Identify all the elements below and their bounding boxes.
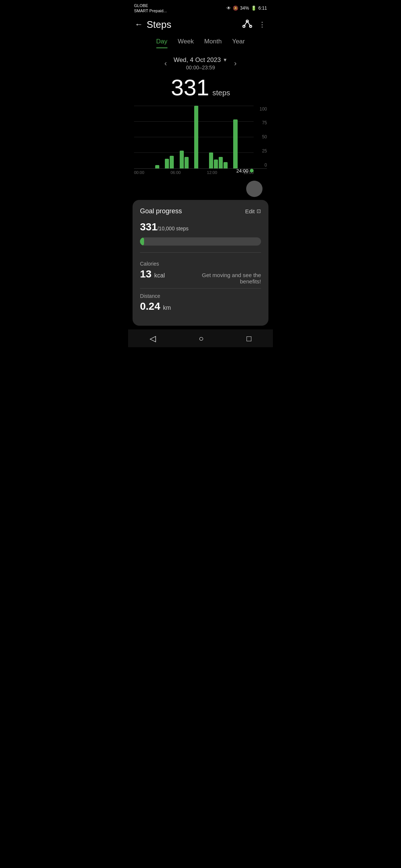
steps-value: 331 bbox=[171, 75, 209, 100]
calories-value: 13 bbox=[140, 268, 151, 280]
carrier2: SMART Prepaid... bbox=[134, 8, 167, 13]
date-text[interactable]: Wed, 4 Oct 2023 ▼ bbox=[173, 56, 227, 64]
timeline-slider[interactable] bbox=[246, 181, 263, 197]
header-left: ← Steps bbox=[135, 19, 172, 30]
timeline-slider-area bbox=[128, 181, 263, 197]
goal-title: Goal progress bbox=[140, 207, 182, 215]
chart-bar bbox=[165, 159, 169, 168]
chart-y-labels: 100 75 50 25 0 bbox=[260, 106, 267, 168]
y-label-25: 25 bbox=[260, 148, 267, 154]
svg-line-3 bbox=[244, 21, 247, 26]
date-display: Wed, 4 Oct 2023 ▼ 00:00–23:59 bbox=[173, 56, 227, 70]
x-label-06: 06:00 bbox=[170, 170, 181, 175]
calories-stat: Calories 13 kcal bbox=[140, 261, 165, 280]
divider-2 bbox=[140, 288, 261, 289]
chart-bar bbox=[180, 151, 184, 168]
distance-value-row: 0.24 km bbox=[140, 300, 261, 312]
chart-area: 100 75 50 25 0 bbox=[134, 106, 267, 169]
bottom-navigation: ◁ ○ □ bbox=[128, 329, 273, 347]
date-navigation: ‹ Wed, 4 Oct 2023 ▼ 00:00–23:59 › bbox=[128, 56, 273, 70]
steps-goal-display: 331/10,000 steps bbox=[140, 221, 261, 233]
calories-row: Calories 13 kcal Get moving and see the … bbox=[140, 256, 261, 285]
timeline-end: 24:00 bbox=[134, 168, 254, 174]
chart-bars bbox=[134, 106, 254, 168]
progress-bar bbox=[140, 237, 261, 246]
y-label-0: 0 bbox=[260, 162, 267, 168]
steps-chart: 100 75 50 25 0 00:00 06:00 12:00 18:00 2… bbox=[134, 106, 267, 180]
chart-bar bbox=[194, 106, 198, 168]
distance-unit: km bbox=[163, 305, 171, 311]
goal-card-header: Goal progress Edit ⊡ bbox=[140, 207, 261, 215]
distance-stat: Distance 0.24 km bbox=[140, 293, 261, 312]
status-bar: GLOBE SMART Prepaid... 👁 🔕 34% 🔋 6:11 bbox=[128, 0, 273, 15]
chart-bar bbox=[214, 160, 218, 168]
goal-card: Goal progress Edit ⊡ 331/10,000 steps Ca… bbox=[133, 200, 268, 326]
distance-value: 0.24 bbox=[140, 300, 160, 312]
nav-home-button[interactable]: ○ bbox=[199, 334, 203, 343]
calories-label: Calories bbox=[140, 261, 165, 267]
tabs: Day Week Month Year bbox=[128, 34, 273, 48]
time-range: 00:00–23:59 bbox=[173, 65, 227, 70]
y-label-100: 100 bbox=[260, 106, 267, 112]
x-label-12: 12:00 bbox=[207, 170, 217, 175]
time: 6:11 bbox=[258, 6, 267, 11]
chart-bar bbox=[219, 157, 223, 168]
calories-unit: kcal bbox=[154, 272, 165, 279]
nav-back-button[interactable]: ◁ bbox=[150, 334, 156, 343]
date-dropdown-icon: ▼ bbox=[223, 57, 228, 63]
calories-value-row: 13 kcal bbox=[140, 268, 165, 280]
progress-dot bbox=[142, 239, 144, 244]
battery-icon: 🔋 bbox=[251, 6, 257, 11]
chart-bar bbox=[170, 156, 174, 168]
chart-bar bbox=[224, 162, 228, 168]
chart-bar bbox=[209, 152, 213, 168]
goal-label: /10,000 steps bbox=[157, 226, 189, 231]
timeline-end-label: 24:00 bbox=[236, 168, 248, 174]
carrier1: GLOBE bbox=[134, 3, 167, 8]
current-steps: 331 bbox=[140, 221, 157, 233]
edit-icon: ⊡ bbox=[257, 208, 261, 214]
tab-week[interactable]: Week bbox=[178, 38, 194, 48]
back-button[interactable]: ← bbox=[135, 20, 143, 29]
distance-label: Distance bbox=[140, 293, 261, 299]
header: ← Steps ⋮ bbox=[128, 15, 273, 34]
calories-note: Get moving and see the benefits! bbox=[195, 272, 261, 285]
page-title: Steps bbox=[147, 19, 172, 30]
divider-1 bbox=[140, 252, 261, 253]
nav-recent-button[interactable]: □ bbox=[247, 334, 251, 343]
bell-icon: 🔕 bbox=[233, 6, 238, 11]
eye-icon: 👁 bbox=[226, 6, 231, 11]
header-right: ⋮ bbox=[242, 20, 266, 30]
connect-icon[interactable] bbox=[242, 20, 252, 30]
y-label-75: 75 bbox=[260, 120, 267, 125]
svg-line-4 bbox=[247, 21, 251, 26]
more-options-icon[interactable]: ⋮ bbox=[259, 20, 266, 29]
tab-day[interactable]: Day bbox=[156, 38, 167, 48]
chart-bar bbox=[233, 119, 237, 168]
tab-year[interactable]: Year bbox=[232, 38, 245, 48]
chart-bar bbox=[155, 165, 159, 168]
chart-bar bbox=[185, 157, 189, 168]
x-label-00: 00:00 bbox=[134, 170, 144, 175]
battery-text: 34% bbox=[240, 6, 249, 11]
progress-bar-fill bbox=[140, 237, 144, 246]
tab-month[interactable]: Month bbox=[204, 38, 222, 48]
y-label-50: 50 bbox=[260, 134, 267, 139]
edit-button[interactable]: Edit ⊡ bbox=[245, 208, 261, 214]
prev-date-button[interactable]: ‹ bbox=[164, 59, 167, 68]
carrier-info: GLOBE SMART Prepaid... bbox=[134, 3, 167, 14]
steps-display: 331 steps bbox=[128, 74, 273, 101]
steps-unit: steps bbox=[212, 89, 230, 97]
next-date-button[interactable]: › bbox=[234, 59, 237, 68]
status-right: 👁 🔕 34% 🔋 6:11 bbox=[226, 6, 267, 11]
